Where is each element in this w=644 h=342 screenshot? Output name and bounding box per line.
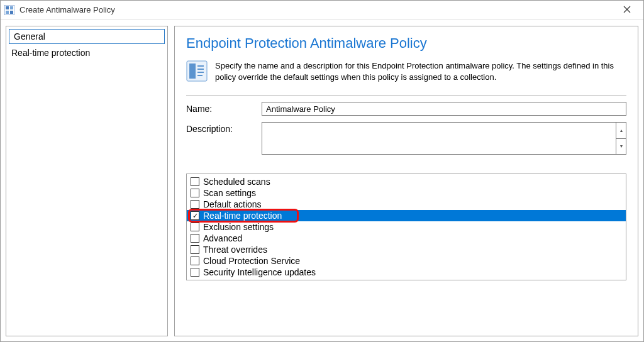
svg-rect-8 <box>189 63 196 79</box>
scroll-down-button[interactable]: ▾ <box>616 139 626 155</box>
intro-row: Specify the name and a description for t… <box>186 60 626 82</box>
svg-rect-2 <box>10 6 13 9</box>
option-cloud-protection[interactable]: Cloud Protection Service <box>187 255 626 267</box>
sidebar-item-general[interactable]: General <box>9 29 165 44</box>
close-button[interactable] <box>614 1 640 19</box>
option-realtime-protection[interactable]: ✓ Real-time protection <box>187 210 626 221</box>
window-title: Create Antimalware Policy <box>19 5 614 14</box>
name-label: Name: <box>186 102 262 114</box>
option-scan-settings[interactable]: Scan settings <box>187 187 626 199</box>
checkbox[interactable] <box>191 268 199 277</box>
textarea-scroll-buttons: ▴ ▾ <box>616 123 626 154</box>
description-field-wrap: ▴ ▾ <box>262 122 626 155</box>
svg-rect-1 <box>6 6 9 9</box>
option-label: Scheduled scans <box>203 177 270 187</box>
sidebar-item-label: Real-time protection <box>11 48 90 58</box>
checkbox[interactable] <box>191 245 199 254</box>
titlebar: Create Antimalware Policy <box>1 1 643 19</box>
scroll-up-button[interactable]: ▴ <box>616 123 626 139</box>
main-panel: Endpoint Protection Antimalware Policy S… <box>174 26 638 336</box>
sidebar: General Real-time protection <box>6 26 168 336</box>
intro-text: Specify the name and a description for t… <box>215 60 626 82</box>
sidebar-item-realtime[interactable]: Real-time protection <box>6 45 167 60</box>
option-default-actions[interactable]: Default actions <box>187 199 626 210</box>
name-row: Name: <box>186 102 626 116</box>
checkbox[interactable] <box>191 234 199 243</box>
option-advanced[interactable]: Advanced <box>187 233 626 244</box>
option-label: Exclusion settings <box>203 222 274 232</box>
option-security-intel-updates[interactable]: Security Intelligence updates <box>187 267 626 278</box>
divider <box>186 95 626 96</box>
description-label: Description: <box>186 122 262 134</box>
dialog-body: General Real-time protection Endpoint Pr… <box>1 19 643 341</box>
page-heading: Endpoint Protection Antimalware Policy <box>186 35 626 52</box>
option-label: Cloud Protection Service <box>203 256 300 266</box>
checkbox[interactable] <box>191 177 199 186</box>
option-scheduled-scans[interactable]: Scheduled scans <box>187 176 626 187</box>
options-list: Scheduled scans Scan settings Default ac… <box>186 174 626 280</box>
option-threat-overrides[interactable]: Threat overrides <box>187 244 626 255</box>
checkbox[interactable] <box>191 200 199 209</box>
option-exclusion-settings[interactable]: Exclusion settings <box>187 221 626 233</box>
svg-rect-4 <box>10 11 13 14</box>
app-icon <box>4 5 14 15</box>
option-label: Real-time protection <box>203 211 282 221</box>
svg-rect-3 <box>6 11 9 14</box>
option-label: Scan settings <box>203 188 256 198</box>
option-label: Advanced <box>203 233 242 243</box>
checkbox[interactable] <box>191 223 199 231</box>
option-label: Security Intelligence updates <box>203 267 316 277</box>
checkbox[interactable] <box>191 256 199 265</box>
checkbox[interactable]: ✓ <box>191 211 199 220</box>
name-input[interactable] <box>262 102 626 116</box>
policy-icon <box>186 60 208 82</box>
description-row: Description: ▴ ▾ <box>186 122 626 155</box>
dialog-window: Create Antimalware Policy General Real-t… <box>0 0 644 342</box>
description-input[interactable] <box>262 123 616 154</box>
option-label: Default actions <box>203 199 262 209</box>
option-label: Threat overrides <box>203 245 267 255</box>
sidebar-item-label: General <box>14 31 45 41</box>
checkbox[interactable] <box>191 189 199 197</box>
